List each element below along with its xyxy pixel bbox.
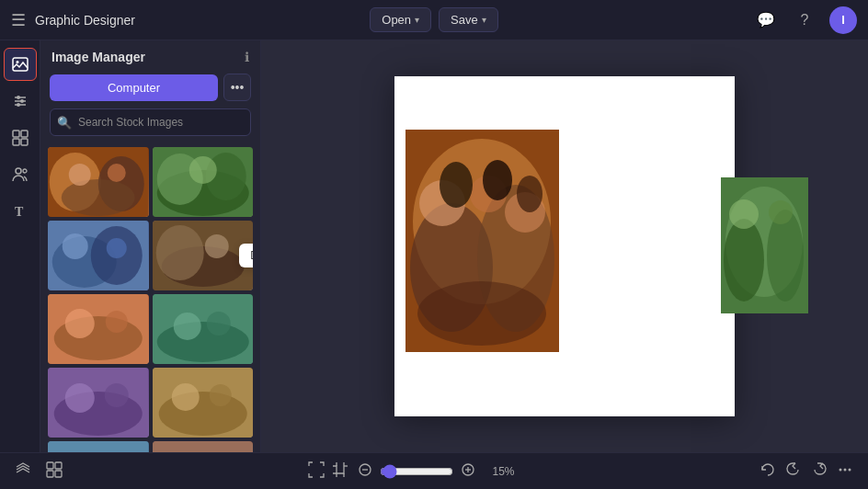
svg-point-88 xyxy=(844,469,847,472)
sidebar-item-images[interactable] xyxy=(4,48,37,81)
search-bar: 🔍 xyxy=(50,108,251,136)
svg-rect-78 xyxy=(47,471,53,477)
search-icon: 🔍 xyxy=(57,116,72,130)
svg-point-74 xyxy=(729,199,759,229)
thumbnail-image xyxy=(48,147,149,217)
thumbnail-image xyxy=(48,221,149,290)
list-item[interactable] xyxy=(153,368,254,438)
placed-image-secondary[interactable] xyxy=(721,177,808,313)
undo-icon[interactable] xyxy=(785,461,802,481)
thumbnail-image xyxy=(153,294,254,364)
thumbnail-image xyxy=(153,441,254,452)
svg-point-50 xyxy=(209,384,231,406)
history-back-icon[interactable] xyxy=(760,461,776,481)
avatar-button[interactable]: I xyxy=(829,6,857,34)
open-arrow-icon: ▾ xyxy=(415,15,419,25)
search-input[interactable] xyxy=(50,108,251,136)
svg-point-20 xyxy=(108,164,126,182)
thumbnail-image xyxy=(48,368,149,438)
list-item[interactable] xyxy=(153,441,254,452)
main-area: T Image Manager ℹ Computer ••• 🔍 xyxy=(0,40,868,452)
bottom-center-controls: 15% xyxy=(308,461,515,482)
list-item[interactable] xyxy=(48,441,149,452)
save-arrow-icon: ▾ xyxy=(482,15,486,25)
topbar-center: Open ▾ Save ▾ xyxy=(370,7,497,32)
svg-point-75 xyxy=(769,200,793,224)
svg-point-29 xyxy=(63,233,88,259)
list-item[interactable] xyxy=(48,221,149,290)
svg-rect-55 xyxy=(153,441,254,452)
placed-image-main[interactable] xyxy=(405,130,559,352)
canvas-area[interactable] xyxy=(261,40,868,452)
fit-screen-icon[interactable] xyxy=(308,461,325,481)
save-button[interactable]: Save ▾ xyxy=(439,7,498,32)
layers-icon[interactable] xyxy=(15,461,31,481)
list-item[interactable] xyxy=(153,147,254,217)
thumbnail-image xyxy=(153,147,254,217)
zoom-in-button[interactable] xyxy=(459,461,477,482)
redo-icon[interactable] xyxy=(811,461,828,481)
svg-point-72 xyxy=(724,219,764,301)
help-icon-button[interactable]: ? xyxy=(791,6,818,34)
list-item[interactable]: Drag or Double Click xyxy=(153,221,254,290)
thumbnail-image xyxy=(153,368,254,438)
info-icon[interactable]: ℹ xyxy=(245,50,249,64)
open-button[interactable]: Open ▾ xyxy=(370,7,431,32)
bottombar: 15% xyxy=(0,452,868,489)
svg-rect-77 xyxy=(55,462,62,469)
svg-point-40 xyxy=(156,322,248,362)
computer-button[interactable]: Computer xyxy=(50,74,218,101)
image-grid: Drag or Double Click xyxy=(40,143,260,452)
zoom-out-button[interactable] xyxy=(356,461,374,482)
svg-point-89 xyxy=(849,469,851,472)
zoom-slider[interactable] xyxy=(380,464,453,479)
sidebar-item-adjustments[interactable] xyxy=(4,85,37,118)
thumbnail-image xyxy=(48,441,149,452)
topbar: ☰ Graphic Designer Open ▾ Save ▾ 💬 ? I xyxy=(0,0,868,40)
svg-point-66 xyxy=(417,281,546,346)
svg-point-34 xyxy=(204,234,228,258)
svg-rect-11 xyxy=(21,139,28,145)
sidebar-item-people[interactable] xyxy=(4,158,37,191)
chat-icon-button[interactable]: 💬 xyxy=(752,6,780,34)
svg-point-19 xyxy=(69,164,91,186)
svg-point-33 xyxy=(155,225,203,280)
svg-point-12 xyxy=(16,168,21,174)
list-item[interactable] xyxy=(48,294,149,364)
svg-point-1 xyxy=(16,61,18,63)
menu-icon[interactable]: ☰ xyxy=(11,10,26,30)
more-options-button[interactable]: ••• xyxy=(223,74,251,101)
sidebar-item-text[interactable]: T xyxy=(4,195,37,228)
svg-point-49 xyxy=(171,383,199,411)
svg-point-5 xyxy=(20,99,24,103)
image-manager-panel: Image Manager ℹ Computer ••• 🔍 xyxy=(40,40,261,452)
svg-rect-8 xyxy=(13,131,19,137)
bottom-left-tools xyxy=(15,461,63,481)
svg-point-3 xyxy=(17,96,20,99)
svg-rect-10 xyxy=(13,139,19,145)
list-item[interactable] xyxy=(48,368,149,438)
grid-icon xyxy=(12,130,29,146)
text-icon: T xyxy=(12,203,29,220)
crop-icon[interactable] xyxy=(332,461,348,481)
adjustments-icon xyxy=(12,93,29,109)
image-icon xyxy=(12,56,29,73)
list-item[interactable] xyxy=(153,294,254,364)
svg-point-67 xyxy=(440,162,473,208)
svg-point-41 xyxy=(173,313,200,340)
svg-point-38 xyxy=(106,311,128,333)
sidebar-item-grid[interactable] xyxy=(4,121,37,154)
zoom-percent: 15% xyxy=(483,465,515,478)
svg-point-37 xyxy=(65,309,95,338)
svg-rect-76 xyxy=(47,462,53,469)
canvas-image-large xyxy=(405,130,559,352)
svg-rect-79 xyxy=(55,471,62,477)
grid-view-icon[interactable] xyxy=(46,461,63,481)
svg-point-30 xyxy=(107,238,127,258)
panel-header: Image Manager ℹ xyxy=(40,40,260,74)
topbar-right: 💬 ? I xyxy=(498,6,857,34)
list-item[interactable] xyxy=(48,147,149,217)
more-icon[interactable] xyxy=(837,461,853,481)
canvas-document[interactable] xyxy=(394,76,735,416)
topbar-left: ☰ Graphic Designer xyxy=(11,10,370,30)
